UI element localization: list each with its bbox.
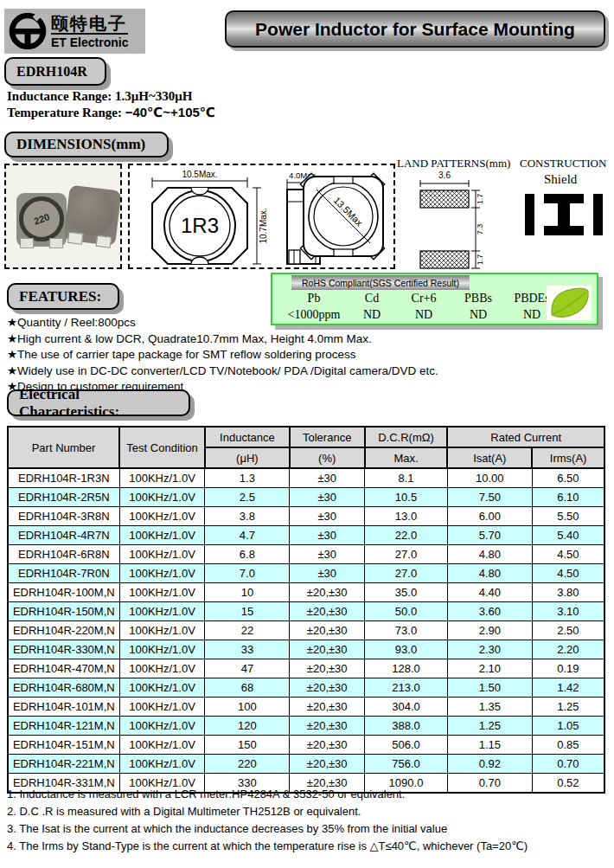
table-cell: ±20,±30 bbox=[290, 698, 365, 717]
table-cell: 756.0 bbox=[365, 755, 448, 774]
table-cell: ±20,±30 bbox=[290, 640, 365, 659]
table-cell: 100KHz/1.0V bbox=[119, 507, 205, 526]
col-inductance: Inductance bbox=[205, 427, 290, 447]
table-row: EDRH104R-100M,N100KHz/1.0V10±20,±3035.04… bbox=[8, 583, 604, 602]
col-part-number: Part Number bbox=[8, 427, 119, 468]
table-cell: 3.10 bbox=[532, 602, 604, 621]
table-row: EDRH104R-4R7N100KHz/1.0V4.7±3022.05.705.… bbox=[8, 526, 604, 545]
table-cell: 150 bbox=[205, 736, 290, 755]
table-cell: ±20,±30 bbox=[290, 736, 365, 755]
table-cell: 47 bbox=[205, 659, 290, 678]
table-cell: EDRH104R-121M,N bbox=[8, 717, 119, 736]
table-cell: 100KHz/1.0V bbox=[119, 717, 205, 736]
table-cell: 27.0 bbox=[365, 545, 448, 564]
features-heading: FEATURES: bbox=[7, 283, 119, 310]
table-cell: EDRH104R-101M,N bbox=[8, 698, 119, 717]
table-row: EDRH104R-7R0N100KHz/1.0V7.0±3027.04.804.… bbox=[8, 564, 604, 583]
table-cell: 22 bbox=[205, 621, 290, 640]
datasheet-page: 颐特电子 ET Electronic Power Inductor for Su… bbox=[0, 0, 614, 868]
table-cell: 0.19 bbox=[532, 659, 604, 678]
table-cell: 1.25 bbox=[447, 717, 532, 736]
table-cell: 4.50 bbox=[532, 564, 604, 583]
rohs-substance-name: PBBs bbox=[452, 292, 504, 308]
table-row: EDRH104R-101M,N100KHz/1.0V100±20,±30304.… bbox=[8, 698, 604, 717]
table-row: EDRH104R-2R5N100KHz/1.0V2.5±3010.57.506.… bbox=[8, 488, 604, 507]
shield-construction-icon bbox=[525, 193, 603, 236]
table-cell: ±30 bbox=[290, 526, 365, 545]
pad-height-bottom-label: 1.7 bbox=[476, 254, 484, 266]
note-item: 1. Inductance is measured with a LCR met… bbox=[7, 786, 528, 803]
col-inductance-unit: (μH) bbox=[205, 447, 290, 468]
col-irms: Irms(A) bbox=[532, 447, 604, 468]
features-list: ★Quantity / Reel:800pcs★High current & l… bbox=[7, 315, 438, 395]
table-cell: EDRH104R-3R8N bbox=[8, 507, 119, 526]
table-cell: EDRH104R-221M,N bbox=[8, 755, 119, 774]
table-cell: 6.8 bbox=[205, 545, 290, 564]
col-dcr: D.C.R(mΩ) bbox=[365, 427, 448, 447]
table-cell: EDRH104R-1R3N bbox=[8, 468, 119, 488]
inductor-photo-left: 220 bbox=[16, 193, 67, 247]
table-cell: 220 bbox=[205, 755, 290, 774]
dimensions-heading-label: DIMENSIONS(mm) bbox=[16, 136, 145, 153]
features-heading-label: FEATURES: bbox=[19, 288, 101, 305]
inductor-marking: 220 bbox=[32, 211, 50, 226]
table-cell: 50.0 bbox=[365, 602, 448, 621]
col-tolerance-unit: (%) bbox=[290, 447, 365, 468]
rohs-item: PBBsND bbox=[452, 292, 504, 322]
table-cell: 15 bbox=[205, 602, 290, 621]
note-item: 2. D.C .R is measured with a Digital Mul… bbox=[7, 803, 528, 820]
table-cell: 6.00 bbox=[447, 507, 532, 526]
table-cell: 1.42 bbox=[532, 678, 604, 698]
part-marking-label: 1R3 bbox=[181, 214, 219, 237]
logo-chinese-name: 颐特电子 bbox=[51, 15, 128, 35]
table-cell: EDRH104R-100M,N bbox=[8, 583, 119, 602]
table-cell: EDRH104R-2R5N bbox=[8, 488, 119, 507]
table-cell: 1.3 bbox=[205, 468, 290, 488]
table-cell: 100KHz/1.0V bbox=[119, 736, 205, 755]
table-cell: 27.0 bbox=[365, 564, 448, 583]
pad-width-label: 3.6 bbox=[438, 170, 451, 180]
table-cell: 1.05 bbox=[532, 717, 604, 736]
table-cell: EDRH104R-680M,N bbox=[8, 678, 119, 698]
rohs-substance-name: Cd bbox=[349, 292, 395, 308]
table-cell: 304.0 bbox=[365, 698, 448, 717]
table-cell: 22.0 bbox=[365, 526, 448, 545]
dim-width-label: 10.5Max. bbox=[182, 170, 217, 179]
table-cell: 100KHz/1.0V bbox=[119, 583, 205, 602]
dimension-drawings: 10.5Max. 1R3 10.7Max. 4.0Max. bbox=[128, 164, 395, 269]
pad-height-top-label: 1.7 bbox=[476, 194, 484, 205]
table-cell: 0.92 bbox=[447, 755, 532, 774]
table-row: EDRH104R-221M,N100KHz/1.0V220±20,±30756.… bbox=[8, 755, 604, 774]
table-cell: 13.0 bbox=[365, 507, 448, 526]
table-cell: ±30 bbox=[290, 507, 365, 526]
table-cell: 1.50 bbox=[447, 678, 532, 698]
feature-item: ★Widely use in DC-DC converter/LCD TV/No… bbox=[7, 363, 438, 380]
col-tolerance: Tolerance bbox=[290, 427, 365, 447]
table-cell: 100KHz/1.0V bbox=[119, 640, 205, 659]
table-row: EDRH104R-151M,N100KHz/1.0V150±20,±30506.… bbox=[8, 736, 604, 755]
et-logo-icon bbox=[8, 11, 48, 51]
table-cell: 33 bbox=[205, 640, 290, 659]
table-cell: ±20,±30 bbox=[290, 755, 365, 774]
table-cell: 100KHz/1.0V bbox=[119, 755, 205, 774]
table-cell: 5.40 bbox=[532, 526, 604, 545]
table-cell: 100KHz/1.0V bbox=[119, 678, 205, 698]
top-view-drawing: 10.5Max. 1R3 10.7Max. bbox=[135, 169, 273, 266]
table-cell: 10 bbox=[205, 583, 290, 602]
table-cell: 1.35 bbox=[447, 698, 532, 717]
company-logo: 颐特电子 ET Electronic bbox=[4, 9, 145, 54]
table-cell: 4.40 bbox=[447, 583, 532, 602]
rohs-substance-name: Cr+6 bbox=[395, 292, 452, 308]
table-cell: 2.90 bbox=[447, 621, 532, 640]
table-cell: 506.0 bbox=[365, 736, 448, 755]
construction-type-label: Shield bbox=[544, 172, 577, 187]
table-cell: ±20,±30 bbox=[290, 602, 365, 621]
inductor-terminal bbox=[20, 238, 34, 248]
table-cell: 100KHz/1.0V bbox=[119, 602, 205, 621]
electrical-table-body: EDRH104R-1R3N100KHz/1.0V1.3±308.110.006.… bbox=[8, 468, 604, 793]
table-cell: ±30 bbox=[290, 545, 365, 564]
model-number-chip: EDRH104R bbox=[4, 57, 106, 86]
table-cell: 213.0 bbox=[365, 678, 448, 698]
table-row: EDRH104R-6R8N100KHz/1.0V6.8±3027.04.804.… bbox=[8, 545, 604, 564]
table-row: EDRH104R-220M,N100KHz/1.0V22±20,±3073.02… bbox=[8, 621, 604, 640]
